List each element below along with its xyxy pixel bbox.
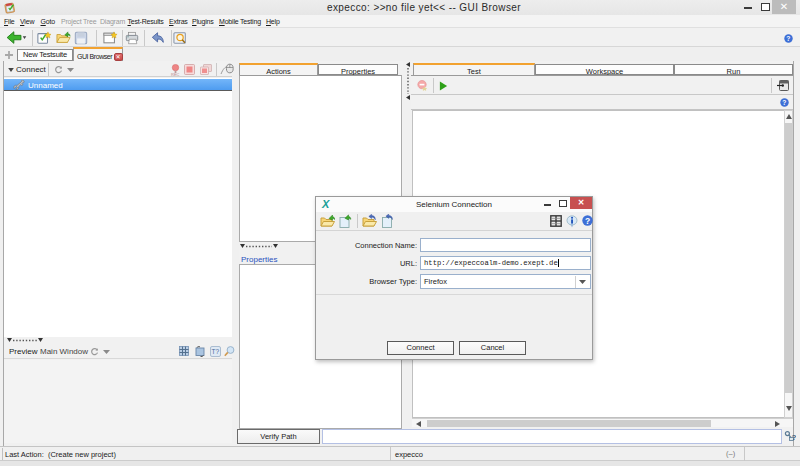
svg-text:REC: REC: [171, 72, 180, 76]
svg-text:?: ?: [786, 35, 790, 42]
svg-text:?: ?: [782, 99, 786, 106]
svg-text:?: ?: [792, 433, 796, 442]
svg-text:?: ?: [585, 216, 590, 226]
svg-text:T?: T?: [212, 348, 220, 355]
